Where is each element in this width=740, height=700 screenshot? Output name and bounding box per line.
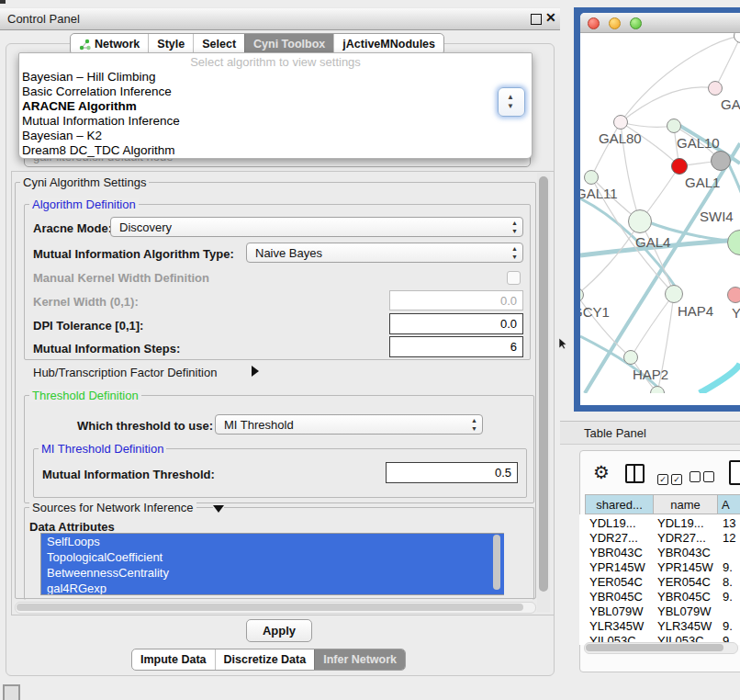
apply-button[interactable]: Apply <box>246 619 312 642</box>
split-columns-icon[interactable] <box>625 464 645 483</box>
kernel-width-input[interactable] <box>389 290 523 310</box>
tab-infer-network[interactable]: Infer Network <box>314 649 405 670</box>
mi-threshold-label: Mutual Information Threshold: <box>42 468 215 481</box>
hub-definition-label: Hub/Transcription Factor Definition <box>33 366 217 379</box>
data-attributes-list: SelfLoops TopologicalCoefficient Between… <box>40 533 504 595</box>
collapse-down-arrow-icon[interactable] <box>213 505 224 513</box>
new-document-icon[interactable] <box>729 460 740 485</box>
algorithm-dropdown-popup: Select algorithm to view settings Bayesi… <box>18 52 533 159</box>
network-node-gray-hub[interactable] <box>711 151 731 171</box>
mouse-cursor <box>559 338 568 350</box>
clipped-corner-widget <box>0 0 6 4</box>
attribute-item[interactable]: TopologicalCoefficient <box>41 549 504 565</box>
algorithm-definition-label: Algorithm Definition <box>29 198 139 211</box>
network-node-y[interactable] <box>727 287 740 303</box>
data-attributes-label: Data Attributes <box>29 520 115 534</box>
mi-steps-input[interactable] <box>389 336 523 357</box>
table-panel-title: Table Panel <box>584 426 646 440</box>
table-hscroll-thumb[interactable] <box>586 644 723 651</box>
table-panel-titlebar: Table Panel <box>560 421 740 445</box>
control-panel-title: Control Panel <box>7 12 80 26</box>
tab-discretize-data[interactable]: Discretize Data <box>215 649 315 670</box>
mi-type-combo[interactable]: Naive Bayes ▲▼ <box>246 243 523 263</box>
deselect-all-checkboxes-icon[interactable] <box>690 469 717 486</box>
node-label: SWI4 <box>700 209 734 224</box>
mi-type-label: Mutual Information Algorithm Type: <box>33 247 234 261</box>
which-threshold-combo[interactable]: MI Threshold ▲▼ <box>215 414 483 435</box>
combo-stepper-icon: ▲▼ <box>511 244 518 261</box>
aracne-mode-label: Aracne Mode: <box>33 221 112 235</box>
which-threshold-label: Which threshold to use: <box>77 419 213 433</box>
cyni-bottom-tabbar: Impute Data Discretize Data Infer Networ… <box>131 649 406 671</box>
network-node-gal4[interactable] <box>628 209 652 233</box>
node-label: GAL80 <box>599 130 642 146</box>
node-label: HAP2 <box>633 367 668 382</box>
algorithm-option[interactable]: Mutual Information Inference <box>19 114 532 129</box>
network-node-gal11[interactable] <box>584 170 599 185</box>
float-window-icon[interactable] <box>531 14 542 25</box>
mi-threshold-input[interactable] <box>386 462 518 483</box>
select-all-checkboxes-icon[interactable]: ✓✓ <box>657 469 685 486</box>
node-label: GAL4 <box>635 234 670 250</box>
node-label: Y <box>732 305 740 321</box>
network-node-gal1[interactable] <box>671 158 688 175</box>
node-label: GCY1 <box>580 304 610 320</box>
tab-select[interactable]: Select <box>193 34 244 54</box>
mi-steps-label: Mutual Information Steps: <box>33 342 180 356</box>
node-label: GAL1 <box>685 175 720 190</box>
node-label: GAL7 <box>721 96 740 112</box>
network-node-hap4[interactable] <box>665 285 683 303</box>
combo-stepper-icon: ▲▼ <box>471 416 477 433</box>
close-icon[interactable]: ✕ <box>545 10 556 25</box>
algorithm-option[interactable]: Bayesian – Hill Climbing <box>19 70 532 85</box>
column-header-clipped[interactable]: A <box>717 494 740 514</box>
network-node-hap2[interactable] <box>623 350 638 365</box>
sources-group-label: Sources for Network Inference <box>29 501 196 514</box>
expand-right-arrow-icon[interactable] <box>252 366 259 377</box>
attribute-item[interactable]: BetweennessCentrality <box>41 565 504 581</box>
app-root: Control Panel ✕ Network Style Select Cyn… <box>0 0 740 700</box>
tab-cyni-toolbox[interactable]: Cyni Toolbox <box>244 34 333 54</box>
attributes-list-scrollbar[interactable] <box>493 535 500 590</box>
threshold-definition-label: Threshold Definition <box>29 389 141 402</box>
network-node-gal10[interactable] <box>667 119 681 133</box>
zoom-traffic-light-icon[interactable] <box>630 17 642 29</box>
tab-style[interactable]: Style <box>148 34 193 54</box>
column-header-shared-name[interactable]: shared... <box>585 494 654 514</box>
tab-jactivemnodules[interactable]: jActiveMNodules <box>333 34 443 54</box>
mi-threshold-group-label: MI Threshold Definition <box>39 442 166 456</box>
attribute-item[interactable]: SelfLoops <box>41 534 504 549</box>
combo-stepper-icon: ▲▼ <box>511 219 518 235</box>
node-label: GAL11 <box>580 186 618 201</box>
network-tab-icon <box>79 39 91 51</box>
kernel-width-label: Kernel Width (0,1): <box>33 295 139 309</box>
settings-hscroll-thumb[interactable] <box>17 604 523 611</box>
dpi-tolerance-label: DPI Tolerance [0,1]: <box>33 319 143 333</box>
manual-kernel-label: Manual Kernel Width Definition <box>33 271 209 285</box>
table-rows-area: YDL19...YDL19...13 YDR27...YDR27...12 YB… <box>579 514 740 645</box>
tab-impute-data[interactable]: Impute Data <box>132 649 215 670</box>
settings-vscroll-thumb[interactable] <box>539 176 548 592</box>
algorithm-option-aracne[interactable]: ARACNE Algorithm <box>19 99 532 114</box>
algorithm-option[interactable]: Bayesian – K2 <box>19 129 532 143</box>
dpi-tolerance-input[interactable] <box>389 313 523 334</box>
control-panel-titlebar: Control Panel ✕ <box>0 7 560 30</box>
inference-algorithm-combo-stepper[interactable]: ▲▼ <box>498 87 525 117</box>
algorithm-option[interactable]: Basic Correlation Inference <box>19 85 532 99</box>
tab-network[interactable]: Network <box>71 34 148 54</box>
attribute-item[interactable]: gal4RGexp <box>41 581 504 595</box>
algorithm-option[interactable]: Dream8 DC_TDC Algorithm <box>19 143 532 158</box>
settings-gear-icon[interactable]: ⚙ <box>593 461 610 483</box>
network-node-gal7[interactable] <box>708 81 723 96</box>
clipped-bottom-left-widget[interactable] <box>3 684 20 700</box>
node-label: HAP4 <box>678 303 713 319</box>
network-canvas[interactable]: GAL7 GAL80 GAL10 GAL1 GAL11 SWI4 GAL4 GC… <box>580 33 740 393</box>
minimize-traffic-light-icon[interactable] <box>609 17 621 29</box>
manual-kernel-checkbox[interactable] <box>507 271 521 285</box>
column-header-name[interactable]: name <box>653 494 718 514</box>
aracne-mode-combo[interactable]: Discovery ▲▼ <box>110 217 523 237</box>
network-window-titlebar[interactable] <box>580 13 740 33</box>
node-label: GAL10 <box>677 135 720 151</box>
network-node-gal80[interactable] <box>613 115 628 130</box>
close-traffic-light-icon[interactable] <box>588 17 600 29</box>
